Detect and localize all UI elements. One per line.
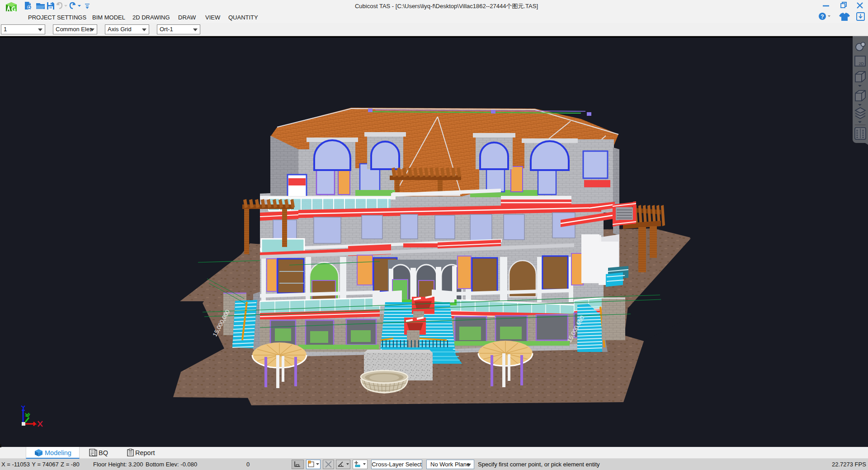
svg-text:?: ? <box>821 14 824 20</box>
svg-text:2D: 2D <box>859 62 864 66</box>
